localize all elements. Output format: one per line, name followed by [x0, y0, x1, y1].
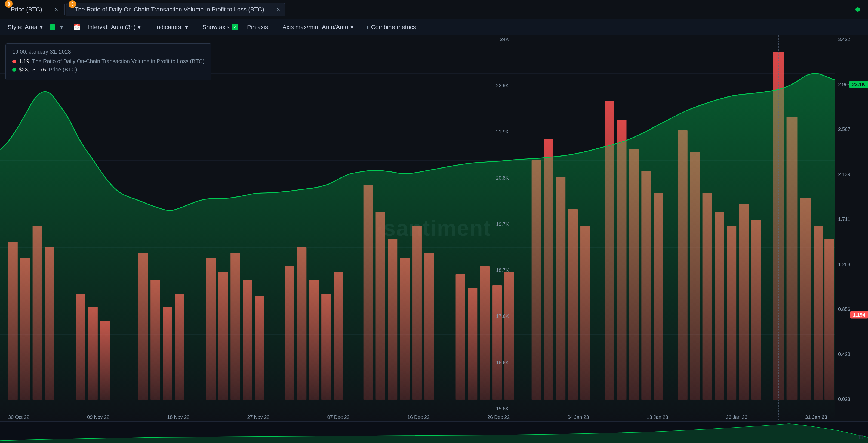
swatch-chevron-icon[interactable]: ▾	[60, 24, 63, 31]
color-swatch[interactable]	[50, 25, 55, 30]
tab-bar: ₿ Price (BTC) ⋯ ✕ ₿ The Ratio of Daily O…	[0, 0, 868, 19]
tab2-label: The Ratio of Daily On-Chain Transaction …	[74, 6, 264, 13]
y-left-156k: 15.6K	[487, 406, 509, 412]
x-label-5: 16 Dec 22	[407, 414, 430, 420]
x-label-3: 27 Nov 22	[247, 414, 270, 420]
toolbar-divider-1	[68, 23, 68, 31]
y-left-187k: 18.7K	[487, 267, 509, 273]
x-axis: 30 Oct 22 09 Nov 22 18 Nov 22 27 Nov 22 …	[0, 413, 835, 421]
x-label-6: 26 Dec 22	[487, 414, 509, 420]
indicators-selector[interactable]: Indicators: ▾	[153, 23, 190, 32]
axis-maxmin-value: Auto/Auto	[322, 24, 348, 31]
style-value: Area	[25, 24, 37, 31]
tab-separator	[64, 4, 65, 15]
y-axis-container: 24K 22.9K 21.9K 20.8K 19.7K 18.7K 17.6K …	[835, 35, 868, 413]
x-label-1: 09 Nov 22	[87, 414, 110, 420]
tab1-close-icon[interactable]: ✕	[54, 6, 58, 12]
tooltip-row-1: 1.19 The Ratio of Daily On-Chain Transac…	[12, 58, 205, 64]
indicators-chevron-icon: ▾	[185, 24, 188, 31]
y-left-24k: 24K	[487, 37, 509, 42]
style-chevron-icon: ▾	[40, 24, 43, 31]
calendar-icon: 📅	[73, 24, 81, 31]
online-status-indicator	[856, 7, 860, 12]
y-left-208k: 20.8K	[487, 175, 509, 181]
tab1-label: Price (BTC)	[11, 6, 42, 13]
y-right-0428: 0.428	[838, 352, 866, 357]
y-left-197k: 19.7K	[487, 222, 509, 227]
resize-handle[interactable]: ⊡	[859, 434, 865, 440]
tab-ratio-btc[interactable]: ₿ The Ratio of Daily On-Chain Transactio…	[66, 3, 285, 16]
style-label: Style:	[8, 24, 23, 31]
y-axis-left-labels: 24K 22.9K 21.9K 20.8K 19.7K 18.7K 17.6K …	[487, 35, 509, 413]
y-right-1711: 1.711	[838, 216, 866, 222]
interval-selector[interactable]: Interval: Auto (3h) ▾	[86, 23, 143, 32]
y-left-166k: 16.6K	[487, 360, 509, 366]
tooltip-value-2: $23,150.76	[19, 67, 46, 73]
show-axis-checkbox[interactable]: ✓	[232, 24, 238, 30]
show-axis-toggle[interactable]: Show axis ✓	[200, 23, 240, 32]
axis-maxmin-chevron-icon: ▾	[350, 24, 353, 31]
tooltip-date: 19:00, January 31, 2023	[12, 49, 205, 55]
tooltip-dot-red-icon	[12, 60, 16, 63]
pin-axis-button[interactable]: Pin axis	[245, 23, 270, 32]
tooltip-metric-1: The Ratio of Daily On-Chain Transaction …	[32, 58, 205, 64]
show-axis-label: Show axis	[203, 24, 230, 31]
tab1-btc-badge: ₿	[5, 0, 12, 8]
x-label-9: 23 Jan 23	[726, 414, 747, 420]
tab2-close-icon[interactable]: ✕	[276, 6, 280, 12]
pin-axis-label: Pin axis	[247, 24, 268, 31]
interval-label: Interval:	[88, 24, 109, 31]
x-label-0: 30 Oct 22	[8, 414, 29, 420]
toolbar: Style: Area ▾ ▾ 📅 Interval: Auto (3h) ▾ …	[0, 19, 868, 35]
style-selector[interactable]: Style: Area ▾	[5, 23, 45, 32]
axis-maxmin-selector[interactable]: Axis max/min: Auto/Auto ▾	[280, 23, 355, 32]
toolbar-divider-5	[361, 23, 361, 31]
interval-chevron-icon: ▾	[138, 24, 141, 31]
bottom-minimap: ⊡	[0, 421, 868, 443]
tab2-btc-badge: ₿	[68, 0, 76, 8]
toolbar-divider-4	[275, 23, 275, 31]
x-label-10: 31 Jan 23	[805, 414, 827, 420]
indicators-label: Indicators:	[155, 24, 183, 31]
plus-icon: +	[366, 23, 370, 31]
tab1-dots-icon[interactable]: ⋯	[45, 6, 50, 12]
chart-area: ·santiment 19:00, January 31, 2023 1.19 …	[0, 35, 868, 421]
x-label-8: 13 Jan 23	[647, 414, 668, 420]
tooltip-metric-2: Price (BTC)	[49, 67, 77, 73]
y-left-176k: 17.6K	[487, 314, 509, 319]
axis-maxmin-label: Axis max/min:	[282, 24, 320, 31]
x-label-2: 18 Nov 22	[167, 414, 189, 420]
y-right-1283: 1.283	[838, 262, 866, 267]
y-right-0023: 0.023	[838, 397, 866, 404]
current-price-badge: 23.1K	[849, 81, 868, 88]
y-left-219k: 21.9K	[487, 129, 509, 135]
y-right-2139: 2.139	[838, 172, 866, 177]
current-ratio-badge: 1.194	[850, 311, 868, 318]
tab2-dots-icon[interactable]: ⋯	[267, 6, 272, 12]
minimap-svg	[0, 421, 868, 443]
tooltip-box: 19:00, January 31, 2023 1.19 The Ratio o…	[5, 43, 211, 80]
tooltip-dot-green-icon	[12, 68, 16, 72]
tab-price-btc[interactable]: ₿ Price (BTC) ⋯ ✕	[3, 3, 63, 16]
x-label-4: 07 Dec 22	[327, 414, 350, 420]
tooltip-value-1: 1.19	[19, 58, 29, 64]
ratio-badge: 1.194	[850, 312, 868, 318]
y-right-2567: 2.567	[838, 127, 866, 132]
tooltip-row-2: $23,150.76 Price (BTC)	[12, 67, 205, 73]
toolbar-divider-3	[195, 23, 195, 31]
combine-metrics-label: Combine metrics	[371, 24, 416, 31]
combine-metrics-button[interactable]: + Combine metrics	[366, 23, 416, 31]
interval-value: Auto (3h)	[111, 24, 136, 31]
x-label-7: 04 Jan 23	[567, 414, 589, 420]
y-axis-right-labels: 3.422 2.995 2.567 2.139 1.711 1.283 0.85…	[838, 35, 868, 405]
toolbar-divider-2	[148, 23, 148, 31]
main-chart-svg	[0, 35, 835, 421]
y-right-3422: 3.422	[838, 37, 866, 42]
y-left-229k: 22.9K	[487, 83, 509, 89]
price-badge: 23.1K	[849, 81, 868, 87]
